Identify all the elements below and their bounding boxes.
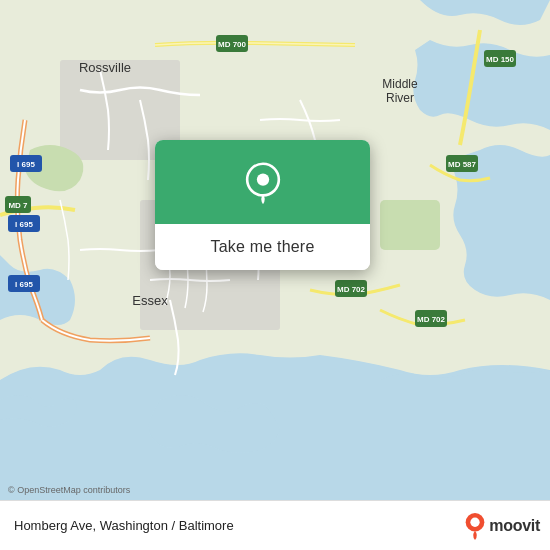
svg-point-30 — [471, 517, 480, 526]
svg-text:I 695: I 695 — [15, 280, 33, 289]
moovit-logo: moovit — [464, 512, 540, 540]
svg-text:I 695: I 695 — [15, 220, 33, 229]
svg-text:MD 7: MD 7 — [8, 201, 28, 210]
svg-point-28 — [256, 173, 268, 185]
svg-rect-3 — [380, 200, 440, 250]
svg-text:Rossville: Rossville — [79, 60, 131, 75]
location-pin-icon — [241, 162, 285, 206]
popup-green-section — [155, 140, 370, 224]
address-text: Homberg Ave, Washington / Baltimore — [14, 518, 234, 533]
svg-text:MD 700: MD 700 — [218, 40, 247, 49]
svg-text:© OpenStreetMap contributors: © OpenStreetMap contributors — [8, 485, 131, 495]
svg-text:I 695: I 695 — [17, 160, 35, 169]
map-container: MD 700 MD 150 MD 587 MD 702 MD 702 I 695… — [0, 0, 550, 500]
svg-text:Essex: Essex — [132, 293, 168, 308]
svg-text:River: River — [386, 91, 414, 105]
address-info: Homberg Ave, Washington / Baltimore — [14, 518, 464, 533]
take-me-there-button[interactable]: Take me there — [155, 224, 370, 270]
svg-text:MD 150: MD 150 — [486, 55, 515, 64]
svg-text:MD 702: MD 702 — [417, 315, 446, 324]
moovit-pin-icon — [464, 512, 486, 540]
popup-card: Take me there — [155, 140, 370, 270]
svg-text:Middle: Middle — [382, 77, 418, 91]
svg-text:MD 587: MD 587 — [448, 160, 477, 169]
moovit-text: moovit — [489, 517, 540, 535]
bottom-bar: Homberg Ave, Washington / Baltimore moov… — [0, 500, 550, 550]
svg-text:MD 702: MD 702 — [337, 285, 366, 294]
